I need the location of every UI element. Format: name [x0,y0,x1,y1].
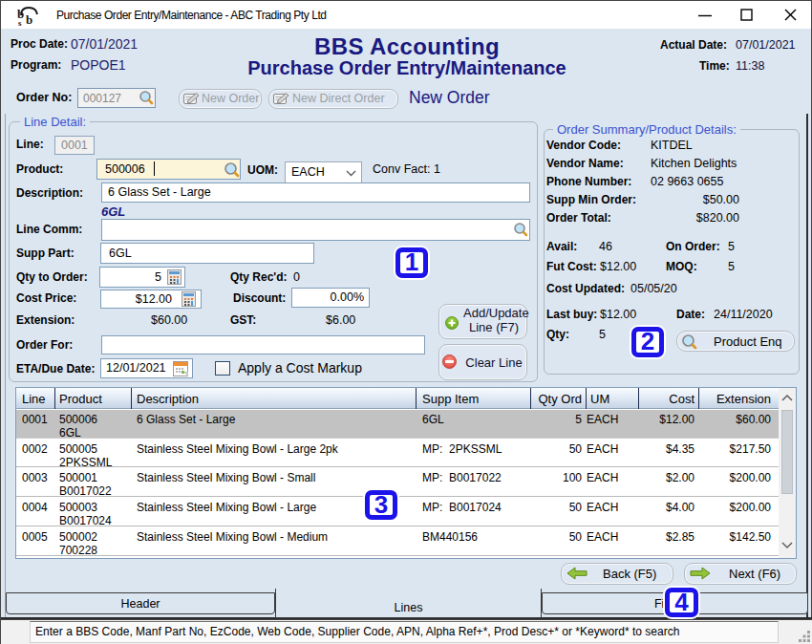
svg-text:b: b [26,12,32,27]
svg-text:s: s [18,18,22,27]
